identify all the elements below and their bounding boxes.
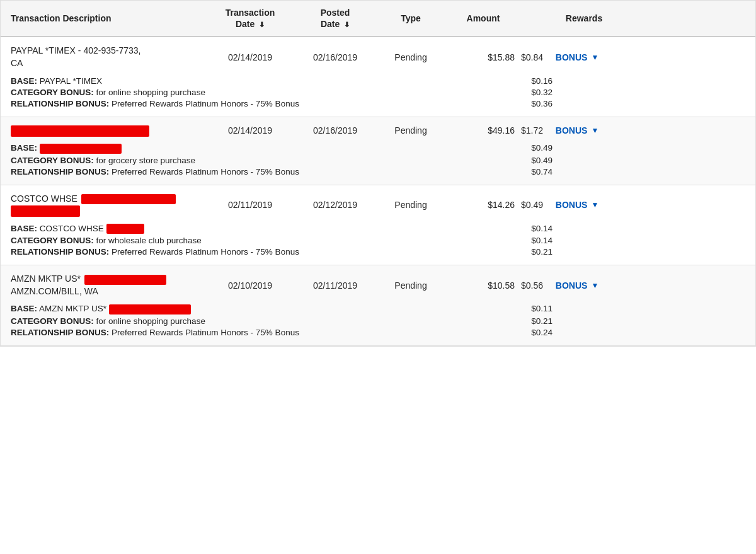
- bonus-link[interactable]: BONUS: [556, 280, 588, 291]
- transaction-row: AMZN MKTP US* AMZN.COM/BILL, WA 02/10/20…: [1, 265, 755, 346]
- detail-row: RELATIONSHIP BONUS: Preferred Rewards Pl…: [11, 247, 745, 257]
- detail-text: for online shopping purchase: [94, 316, 205, 326]
- detail-text: Preferred Rewards Platinum Honors - 75% …: [109, 99, 299, 108]
- rewards-amount: $1.72: [521, 125, 543, 136]
- sort-transaction-date-icon: ⬇: [259, 20, 265, 29]
- description-text-line2: AMZN.COM/BILL, WA: [11, 286, 98, 296]
- rewards-col: $1.72 BONUS ▼: [521, 125, 647, 136]
- detail-row: BASE: COSTCO WHSE $0.14: [11, 224, 745, 234]
- transaction-details: BASE: $0.49 CATEGORY BONUS: for grocery …: [11, 143, 745, 176]
- transaction-row: PAYPAL *TIMEX - 402-935-7733, CA 02/14/2…: [1, 37, 755, 117]
- transaction-amount: $49.16: [445, 125, 521, 136]
- detail-row: CATEGORY BONUS: for wholesale club purch…: [11, 236, 745, 245]
- detail-label: BASE: COSTCO WHSE: [11, 224, 483, 234]
- detail-amount: $0.24: [483, 328, 559, 337]
- detail-label: CATEGORY BONUS: for grocery store purcha…: [11, 156, 483, 165]
- posted-date: 02/12/2019: [294, 200, 376, 210]
- redacted-base: [106, 224, 144, 234]
- detail-text: Preferred Rewards Platinum Honors - 75% …: [109, 328, 299, 337]
- detail-text: COSTCO WHSE: [37, 224, 104, 233]
- bonus-link[interactable]: BONUS: [556, 125, 588, 136]
- chevron-down-icon[interactable]: ▼: [591, 200, 598, 209]
- detail-text: for online shopping purchase: [94, 88, 205, 97]
- posted-date: 02/11/2019: [294, 280, 376, 291]
- col-type: Type: [376, 13, 445, 24]
- detail-text: for wholesale club purchase: [94, 236, 202, 245]
- detail-amount: $0.32: [483, 88, 559, 97]
- detail-text: AMZN MKTP US*: [37, 304, 106, 313]
- transaction-description: AMZN MKTP US* AMZN.COM/BILL, WA: [11, 273, 206, 297]
- transaction-description: [11, 125, 206, 137]
- description-text: PAYPAL *TIMEX - 402-935-7733,: [11, 45, 140, 55]
- sort-posted-date-icon: ⬇: [344, 20, 350, 29]
- col-rewards: Rewards: [521, 13, 647, 24]
- rewards-amount: $0.49: [521, 200, 543, 210]
- table-header: Transaction Description TransactionDate …: [1, 1, 755, 37]
- detail-row: RELATIONSHIP BONUS: Preferred Rewards Pl…: [11, 167, 745, 176]
- chevron-down-icon[interactable]: ▼: [591, 126, 598, 135]
- detail-row: BASE: PAYPAL *TIMEX $0.16: [11, 76, 745, 86]
- detail-amount: $0.36: [483, 99, 559, 108]
- detail-amount: $0.74: [483, 167, 559, 176]
- detail-amount: $0.16: [483, 76, 559, 86]
- posted-date: 02/16/2019: [294, 52, 376, 62]
- col-posted-date[interactable]: PostedDate ⬇: [294, 7, 376, 30]
- posted-date: 02/16/2019: [294, 125, 376, 136]
- description-text: AMZN MKTP US*: [11, 274, 81, 284]
- detail-amount: $0.49: [483, 143, 559, 153]
- transactions-table: Transaction Description TransactionDate …: [0, 0, 756, 347]
- transaction-date: 02/14/2019: [206, 52, 294, 62]
- detail-row: BASE: $0.49: [11, 143, 745, 153]
- redacted-description-part: [84, 275, 166, 285]
- detail-text: for grocery store purchase: [94, 156, 195, 165]
- transaction-main-row: AMZN MKTP US* AMZN.COM/BILL, WA 02/10/20…: [11, 273, 745, 297]
- detail-text: Preferred Rewards Platinum Honors - 75% …: [109, 167, 299, 176]
- bonus-link[interactable]: BONUS: [556, 200, 588, 210]
- detail-amount: $0.14: [483, 224, 559, 234]
- detail-amount: $0.21: [483, 316, 559, 326]
- rewards-amount: $0.56: [521, 280, 543, 291]
- col-transaction-date[interactable]: TransactionDate ⬇: [206, 7, 294, 30]
- redacted-base: [109, 304, 191, 315]
- transaction-row: 02/14/2019 02/16/2019 Pending $49.16 $1.…: [1, 117, 755, 185]
- transaction-date: 02/10/2019: [206, 280, 294, 291]
- transaction-details: BASE: AMZN MKTP US* $0.11 CATEGORY BONUS…: [11, 304, 745, 337]
- transaction-details: BASE: COSTCO WHSE $0.14 CATEGORY BONUS: …: [11, 224, 745, 257]
- rewards-col: $0.49 BONUS ▼: [521, 200, 647, 210]
- detail-row: CATEGORY BONUS: for online shopping purc…: [11, 88, 745, 97]
- detail-label: RELATIONSHIP BONUS: Preferred Rewards Pl…: [11, 247, 483, 257]
- transaction-amount: $10.58: [445, 280, 521, 291]
- chevron-down-icon[interactable]: ▼: [591, 53, 598, 62]
- description-text-line2: CA: [11, 58, 23, 68]
- col-amount: Amount: [445, 13, 521, 24]
- detail-label: RELATIONSHIP BONUS: Preferred Rewards Pl…: [11, 328, 483, 337]
- bonus-link[interactable]: BONUS: [556, 52, 588, 62]
- detail-label: BASE: PAYPAL *TIMEX: [11, 76, 483, 86]
- rewards-amount: $0.84: [521, 52, 543, 62]
- detail-label: CATEGORY BONUS: for online shopping purc…: [11, 88, 483, 97]
- detail-amount: $0.11: [483, 304, 559, 314]
- detail-row: CATEGORY BONUS: for grocery store purcha…: [11, 156, 745, 165]
- chevron-down-icon[interactable]: ▼: [591, 281, 598, 290]
- detail-label: RELATIONSHIP BONUS: Preferred Rewards Pl…: [11, 167, 483, 176]
- detail-row: RELATIONSHIP BONUS: Preferred Rewards Pl…: [11, 328, 745, 337]
- detail-row: RELATIONSHIP BONUS: Preferred Rewards Pl…: [11, 99, 745, 108]
- detail-text: Preferred Rewards Platinum Honors - 75% …: [109, 247, 299, 257]
- transaction-date: 02/11/2019: [206, 200, 294, 210]
- detail-amount: $0.21: [483, 247, 559, 257]
- detail-amount: $0.49: [483, 156, 559, 165]
- redacted-description: [11, 125, 149, 137]
- transaction-details: BASE: PAYPAL *TIMEX $0.16 CATEGORY BONUS…: [11, 76, 745, 108]
- transaction-type: Pending: [376, 280, 445, 291]
- detail-label: BASE:: [11, 143, 483, 153]
- description-text: COSTCO WHSE: [11, 193, 77, 204]
- detail-label: CATEGORY BONUS: for wholesale club purch…: [11, 236, 483, 245]
- transaction-date: 02/14/2019: [206, 125, 294, 136]
- transaction-type: Pending: [376, 125, 445, 136]
- transaction-row: COSTCO WHSE 02/11/2019 02/12/2019 Pendin…: [1, 185, 755, 266]
- redacted-description-part: [81, 194, 176, 204]
- detail-row: BASE: AMZN MKTP US* $0.11: [11, 304, 745, 314]
- detail-label: RELATIONSHIP BONUS: Preferred Rewards Pl…: [11, 99, 483, 108]
- transaction-amount: $14.26: [445, 200, 521, 210]
- transaction-main-row: 02/14/2019 02/16/2019 Pending $49.16 $1.…: [11, 125, 745, 137]
